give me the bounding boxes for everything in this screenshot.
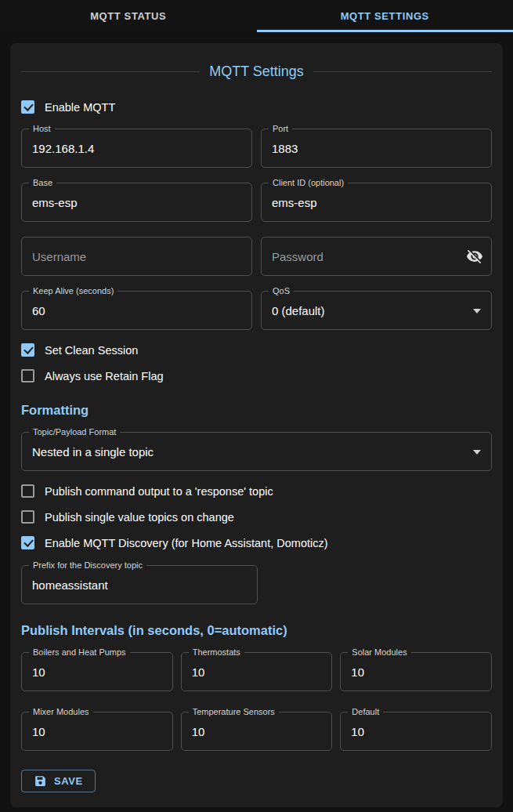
settings-panel: MQTT Settings Enable MQTT Host Port Base… [10,43,503,807]
title-row: MQTT Settings [21,63,492,80]
intervals-row-2: Mixer Modules Temperature Sensors Defaul… [21,712,492,751]
default-interval-field[interactable]: Default [340,712,492,751]
checkbox-enable-mqtt[interactable]: Enable MQTT [21,100,492,114]
topic-format-row: Topic/Payload Format Nested in a single … [21,432,492,471]
credentials-row [21,237,492,276]
chevron-down-icon [473,309,481,317]
thermostats-interval-field[interactable]: Thermostats [181,652,333,691]
checkbox-label: Enable MQTT [45,101,115,114]
save-button-label: SAVE [54,775,83,787]
topic-format-selected-value: Nested in a single topic [32,445,154,459]
intervals-row-1: Boilers and Heat Pumps Thermostats Solar… [21,652,492,691]
checkbox-label: Enable MQTT Discovery (for Home Assistan… [45,537,328,549]
qos-select[interactable]: QoS 0 (default) [261,291,492,330]
checkbox-publish-response[interactable]: Publish command output to a 'response' t… [21,484,492,498]
mixer-interval-input[interactable] [22,712,172,750]
checkbox-retain-flag[interactable]: Always use Retain Flag [21,369,492,382]
base-field[interactable]: Base [21,183,252,222]
checkbox-icon[interactable] [21,343,34,357]
username-field[interactable] [21,237,252,276]
checkbox-clean-session[interactable]: Set Clean Session [21,343,492,357]
client-id-field[interactable]: Client ID (optional) [261,183,492,222]
checkbox-label: Set Clean Session [45,344,138,357]
tab-mqtt-status[interactable]: MQTT STATUS [0,0,257,32]
solar-interval-field[interactable]: Solar Modules [340,652,492,691]
field-label: Topic/Payload Format [29,427,120,437]
section-header-publish-intervals: Publish Intervals (in seconds, 0=automat… [21,623,492,638]
checkbox-icon[interactable] [21,536,34,549]
keepalive-qos-row: Keep Alive (seconds) QoS 0 (default) [21,291,492,330]
qos-selected-value: 0 (default) [272,304,325,317]
password-field[interactable] [261,237,492,276]
checkbox-icon[interactable] [21,100,34,114]
divider-line-left [21,71,200,72]
checkbox-icon[interactable] [21,484,34,498]
client-id-input[interactable] [262,183,491,221]
discovery-prefix-field[interactable]: Prefix for the Discovery topic [21,565,258,604]
page-title: MQTT Settings [209,63,304,80]
boilers-interval-field[interactable]: Boilers and Heat Pumps [21,652,173,691]
port-input[interactable] [262,129,491,167]
username-input[interactable] [22,237,251,275]
password-input[interactable] [262,237,491,275]
discovery-prefix-row: Prefix for the Discovery topic [21,565,492,604]
checkbox-publish-single[interactable]: Publish single value topics on change [21,510,492,524]
field-label: QoS [269,286,294,296]
checkbox-label: Publish single value topics on change [45,511,234,524]
save-button[interactable]: SAVE [21,770,96,792]
checkbox-mqtt-discovery[interactable]: Enable MQTT Discovery (for Home Assistan… [21,536,492,549]
discovery-prefix-input[interactable] [22,566,257,604]
port-field[interactable]: Port [261,129,492,168]
tab-bar: MQTT STATUS MQTT SETTINGS [0,0,513,32]
mixer-interval-field[interactable]: Mixer Modules [21,712,173,751]
checkbox-icon[interactable] [21,369,34,382]
keep-alive-field[interactable]: Keep Alive (seconds) [21,291,252,330]
base-input[interactable] [22,183,251,221]
thermostats-interval-input[interactable] [182,653,332,691]
base-clientid-row: Base Client ID (optional) [21,183,492,222]
checkbox-label: Always use Retain Flag [45,370,164,382]
divider-line-right [313,71,492,72]
keep-alive-input[interactable] [22,292,251,329]
checkbox-icon[interactable] [21,510,34,524]
password-visibility-toggle[interactable] [465,247,484,266]
host-input[interactable] [22,129,251,167]
visibility-off-icon [466,248,483,265]
chevron-down-icon [473,450,481,459]
tab-mqtt-settings[interactable]: MQTT SETTINGS [257,0,513,32]
host-field[interactable]: Host [21,129,252,168]
temperature-interval-input[interactable] [182,712,332,750]
solar-interval-input[interactable] [341,653,491,691]
temperature-interval-field[interactable]: Temperature Sensors [181,712,333,751]
default-interval-input[interactable] [341,712,491,750]
host-port-row: Host Port [21,129,492,168]
checkbox-label: Publish command output to a 'response' t… [45,485,273,498]
save-icon [34,774,47,788]
section-header-formatting: Formatting [21,403,492,418]
topic-format-select[interactable]: Topic/Payload Format Nested in a single … [21,432,492,471]
boilers-interval-input[interactable] [22,653,172,691]
